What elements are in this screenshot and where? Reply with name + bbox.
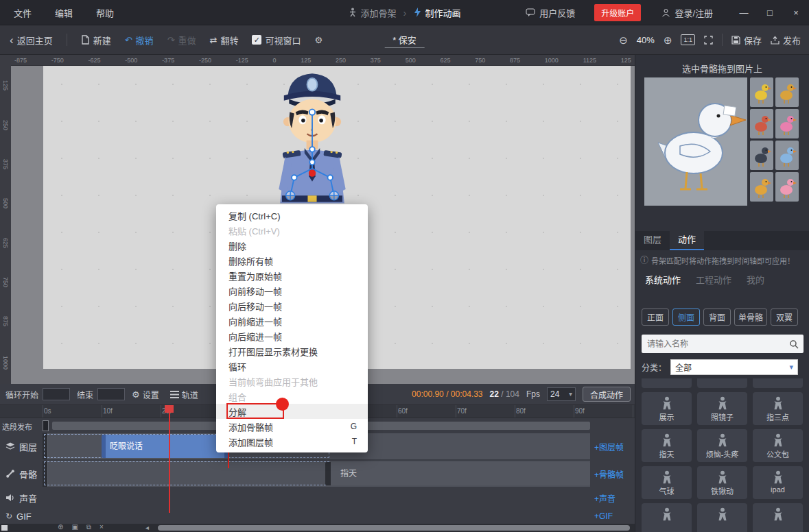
search-icon[interactable] (789, 339, 799, 349)
nav-add-skeleton[interactable]: 添加骨架 (348, 6, 396, 19)
zoom-in-button[interactable]: ⊕ (664, 35, 672, 45)
action-item[interactable]: 气球 (642, 466, 692, 499)
action-item[interactable]: 展示 (642, 392, 692, 425)
layer-clip-blink-talk[interactable]: 眨眼说话 (102, 435, 228, 458)
action-item[interactable]: ipad (753, 466, 803, 499)
compose-action-button[interactable]: 合成动作 (583, 387, 631, 402)
feedback-button[interactable]: 用户反馈 (526, 6, 575, 19)
canvas-settings-gear-icon[interactable]: ⚙ (314, 36, 323, 45)
action-item[interactable]: 铁锹动 (697, 466, 747, 499)
skeleton-thumbnail[interactable] (750, 109, 773, 138)
subtab-1[interactable]: 工程动作 (696, 273, 731, 286)
context-menu-item[interactable]: 打开图层显示素材更换 (216, 343, 368, 359)
context-menu-item[interactable]: 添加图层帧T (216, 434, 368, 449)
zoom-out-button[interactable]: ⊖ (619, 35, 628, 45)
delete-frame-icon[interactable]: × (99, 524, 104, 531)
action-item[interactable]: 指天 (642, 429, 692, 462)
filter-button[interactable]: 背面 (703, 309, 731, 326)
action-item[interactable]: 烦恼-头疼 (697, 429, 747, 462)
timeline-track-button[interactable]: 轨道 (170, 389, 198, 400)
scroll-left-icon[interactable]: ◂ (145, 524, 149, 532)
loop-end-input[interactable] (97, 388, 125, 400)
fullscreen-icon[interactable] (704, 36, 713, 45)
context-menu-item[interactable]: 向前移动一帧 (216, 283, 368, 298)
action-item-partial[interactable] (697, 503, 747, 532)
filter-button[interactable]: 双翼 (771, 309, 798, 326)
context-menu-item[interactable]: 向后移动一帧 (216, 298, 368, 313)
character-security-guard[interactable] (261, 67, 364, 208)
menu-file[interactable]: 文件 (14, 6, 32, 19)
add-layer-frame-button[interactable]: +图层帧 (594, 441, 624, 452)
category-select[interactable]: 全部 ▾ (670, 359, 798, 375)
login-register-button[interactable]: 登录/注册 (661, 6, 713, 19)
bone-clip-point-sky[interactable]: 指天 (325, 462, 590, 485)
action-item[interactable]: 照镜子 (697, 392, 747, 425)
subtab-0[interactable]: 系统动作 (645, 273, 681, 286)
maximize-button[interactable]: □ (757, 0, 783, 25)
flip-button[interactable]: ⇄ 翻转 (210, 34, 239, 47)
add-gif-button[interactable]: +GIF (594, 511, 613, 521)
nav-make-animation[interactable]: 制作动画 (414, 6, 461, 19)
context-menu-item[interactable]: 添加骨骼帧G (216, 419, 368, 434)
skeleton-thumbnail[interactable] (750, 141, 773, 170)
filter-button[interactable]: 侧面 (672, 309, 700, 326)
context-menu-item[interactable]: 向前缩进一帧 (216, 313, 368, 328)
skeleton-thumbnail[interactable] (750, 172, 773, 202)
bone-row-header[interactable]: 骨骼 (5, 461, 37, 487)
upgrade-account-button[interactable]: 升级账户 (594, 4, 641, 21)
redo-icon: ↷ (167, 36, 175, 45)
action-item[interactable]: 指三点 (753, 392, 803, 425)
checkbox-checked-icon[interactable]: ✓ (252, 35, 261, 45)
subtab-2[interactable]: 我的 (747, 273, 764, 286)
new-button[interactable]: 新建 (81, 34, 111, 47)
gif-track-row: ↻ GIF +GIF (0, 509, 635, 524)
publish-button[interactable]: 发布 (771, 34, 801, 47)
save-button[interactable]: 保存 (731, 34, 762, 47)
back-home-button[interactable]: ‹ 返回主页 (10, 34, 53, 47)
filter-button[interactable]: 正面 (642, 309, 669, 326)
minimize-button[interactable]: — (731, 0, 757, 25)
undo-button[interactable]: ↶ 撤销 (125, 34, 154, 47)
tab-actions[interactable]: 动作 (670, 231, 704, 250)
skeleton-thumbnail[interactable] (775, 77, 799, 107)
tab-layers[interactable]: 图层 (635, 231, 670, 250)
context-menu-item[interactable]: 向后缩进一帧 (216, 328, 368, 343)
gif-row-header[interactable]: ↻ GIF (5, 509, 32, 524)
skeleton-thumbnail[interactable] (775, 141, 799, 170)
copy-frame-icon[interactable]: ▣ (71, 524, 78, 531)
context-menu-item[interactable]: 复制 (Ctrl+C) (216, 208, 368, 223)
filter-button[interactable]: 单骨骼 (734, 309, 767, 326)
search-input[interactable] (642, 339, 789, 349)
skeleton-thumbnail[interactable] (775, 172, 799, 202)
context-menu-item[interactable]: 循环 (216, 359, 368, 374)
add-sound-button[interactable]: +声音 (594, 492, 615, 504)
timeline-settings-button[interactable]: ⚙ 设置 (132, 389, 159, 400)
scrollbar-thumb[interactable] (158, 525, 630, 531)
action-item[interactable]: 公文包 (753, 429, 803, 462)
paste-frame-icon[interactable]: ⧉ (86, 524, 91, 531)
action-item-partial[interactable] (753, 503, 803, 532)
close-button[interactable]: × (783, 0, 809, 25)
loop-start-input[interactable] (43, 388, 70, 400)
sound-row-header[interactable]: 声音 (5, 488, 37, 507)
skeleton-preview-image[interactable] (644, 77, 747, 206)
fps-select[interactable]: 24 ▾ (547, 387, 576, 401)
add-frame-icon[interactable]: ⊕ (58, 524, 63, 531)
annotation-click-dot (276, 398, 289, 411)
actual-size-button[interactable]: 1:1 (681, 34, 695, 45)
menu-edit[interactable]: 编辑 (55, 6, 73, 19)
skeleton-thumbnail[interactable] (750, 77, 773, 107)
layer-row-header[interactable]: 图层 (5, 433, 37, 459)
playhead-marker[interactable] (165, 405, 174, 413)
context-menu-item[interactable]: 删除 (216, 238, 368, 253)
visible-window-toggle[interactable]: ✓ 可视窗口 (252, 34, 301, 47)
action-item-partial[interactable] (642, 503, 692, 532)
context-menu-item[interactable]: 删除所有帧 (216, 253, 368, 268)
context-menu-item[interactable]: 重置为原始帧 (216, 268, 368, 283)
save-icon (731, 36, 740, 45)
add-bone-frame-button[interactable]: +骨骼帧 (594, 468, 624, 480)
segment-handle[interactable] (43, 420, 49, 431)
skeleton-thumbnail[interactable] (775, 109, 799, 138)
menu-help[interactable]: 帮助 (96, 6, 114, 19)
bone-track[interactable]: 指天 (43, 461, 590, 487)
